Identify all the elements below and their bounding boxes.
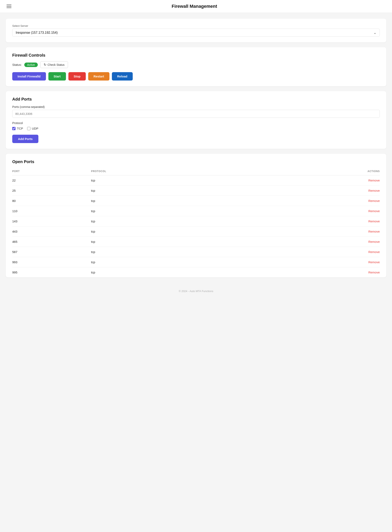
- page-title: Firewall Management: [172, 4, 217, 9]
- firewall-controls-card: Firewall Controls Status: Active ↻ Check…: [6, 47, 386, 86]
- remove-button[interactable]: Remove: [368, 189, 380, 192]
- table-row: 993 tcp Remove: [12, 257, 380, 267]
- table-row: 143 tcp Remove: [12, 216, 380, 226]
- table-row: 587 tcp Remove: [12, 247, 380, 257]
- add-ports-button[interactable]: Add Ports: [12, 135, 38, 143]
- port-cell: 143: [12, 216, 91, 226]
- actions-cell: Remove: [251, 267, 380, 278]
- table-row: 443 tcp Remove: [12, 226, 380, 237]
- col-header-protocol: PROTOCOL: [91, 168, 251, 175]
- port-cell: 110: [12, 206, 91, 216]
- actions-cell: Remove: [251, 206, 380, 216]
- firewall-controls-title: Firewall Controls: [12, 53, 380, 58]
- table-row: 995 tcp Remove: [12, 267, 380, 278]
- protocol-cell: tcp: [91, 196, 251, 206]
- port-cell: 993: [12, 257, 91, 267]
- protocol-cell: tcp: [91, 237, 251, 247]
- protocol-cell: tcp: [91, 226, 251, 237]
- add-ports-card: Add Ports Ports (comma-separated) Protoc…: [6, 91, 386, 149]
- refresh-icon: ↻: [44, 63, 46, 67]
- port-cell: 995: [12, 267, 91, 278]
- remove-button[interactable]: Remove: [368, 240, 380, 243]
- ports-input[interactable]: [12, 110, 380, 118]
- protocol-cell: tcp: [91, 216, 251, 226]
- protocol-cell: tcp: [91, 257, 251, 267]
- udp-checkbox[interactable]: [27, 127, 30, 130]
- remove-button[interactable]: Remove: [368, 230, 380, 233]
- footer-text: © 2024 - Auto MTA Functions: [179, 290, 213, 293]
- protocol-label: Protocol: [12, 121, 380, 125]
- udp-checkbox-label[interactable]: UDP: [27, 127, 38, 130]
- protocol-cell: tcp: [91, 267, 251, 278]
- port-cell: 25: [12, 185, 91, 196]
- port-cell: 80: [12, 196, 91, 206]
- remove-button[interactable]: Remove: [368, 219, 380, 223]
- remove-button[interactable]: Remove: [368, 209, 380, 213]
- restart-button[interactable]: Restart: [88, 72, 109, 81]
- port-cell: 465: [12, 237, 91, 247]
- udp-label: UDP: [32, 127, 38, 130]
- status-label: Status:: [12, 63, 22, 66]
- remove-button[interactable]: Remove: [368, 260, 380, 264]
- port-cell: 443: [12, 226, 91, 237]
- protocol-cell: tcp: [91, 185, 251, 196]
- tcp-checkbox[interactable]: [12, 127, 15, 130]
- table-row: 25 tcp Remove: [12, 185, 380, 196]
- tcp-checkbox-label[interactable]: TCP: [12, 127, 23, 130]
- actions-cell: Remove: [251, 247, 380, 257]
- tcp-label: TCP: [17, 127, 23, 130]
- remove-button[interactable]: Remove: [368, 271, 380, 274]
- check-status-label: Check Status: [47, 63, 65, 66]
- open-ports-card: Open Ports PORT PROTOCOL ACTIONS 22 tcp …: [6, 154, 386, 277]
- actions-cell: Remove: [251, 175, 380, 185]
- server-select-card: Select Server Iresponse (157.173.192.154…: [6, 19, 386, 42]
- table-row: 465 tcp Remove: [12, 237, 380, 247]
- server-select-dropdown[interactable]: Iresponse (157.173.192.154): [12, 28, 380, 37]
- protocol-cell: tcp: [91, 206, 251, 216]
- check-status-button[interactable]: ↻ Check Status: [40, 61, 68, 68]
- remove-button[interactable]: Remove: [368, 250, 380, 254]
- col-header-port: PORT: [12, 168, 91, 175]
- port-cell: 22: [12, 175, 91, 185]
- port-cell: 587: [12, 247, 91, 257]
- table-row: 110 tcp Remove: [12, 206, 380, 216]
- actions-cell: Remove: [251, 226, 380, 237]
- install-firewalld-button[interactable]: Install Firewalld: [12, 72, 46, 81]
- open-ports-title: Open Ports: [12, 159, 380, 164]
- actions-cell: Remove: [251, 196, 380, 206]
- protocol-cell: tcp: [91, 247, 251, 257]
- reload-button[interactable]: Reload: [112, 72, 133, 81]
- start-button[interactable]: Start: [48, 72, 66, 81]
- table-row: 80 tcp Remove: [12, 196, 380, 206]
- actions-cell: Remove: [251, 257, 380, 267]
- add-ports-title: Add Ports: [12, 97, 380, 102]
- stop-button[interactable]: Stop: [68, 72, 86, 81]
- actions-cell: Remove: [251, 237, 380, 247]
- actions-cell: Remove: [251, 185, 380, 196]
- ports-table: PORT PROTOCOL ACTIONS 22 tcp Remove 25 t…: [12, 168, 380, 277]
- menu-button[interactable]: [7, 5, 11, 8]
- status-badge: Active: [24, 62, 38, 67]
- remove-button[interactable]: Remove: [368, 179, 380, 182]
- remove-button[interactable]: Remove: [368, 199, 380, 203]
- server-select-label: Select Server: [12, 24, 380, 27]
- ports-field-label: Ports (comma-separated): [12, 105, 380, 109]
- actions-cell: Remove: [251, 216, 380, 226]
- table-row: 22 tcp Remove: [12, 175, 380, 185]
- protocol-cell: tcp: [91, 175, 251, 185]
- col-header-actions: ACTIONS: [251, 168, 380, 175]
